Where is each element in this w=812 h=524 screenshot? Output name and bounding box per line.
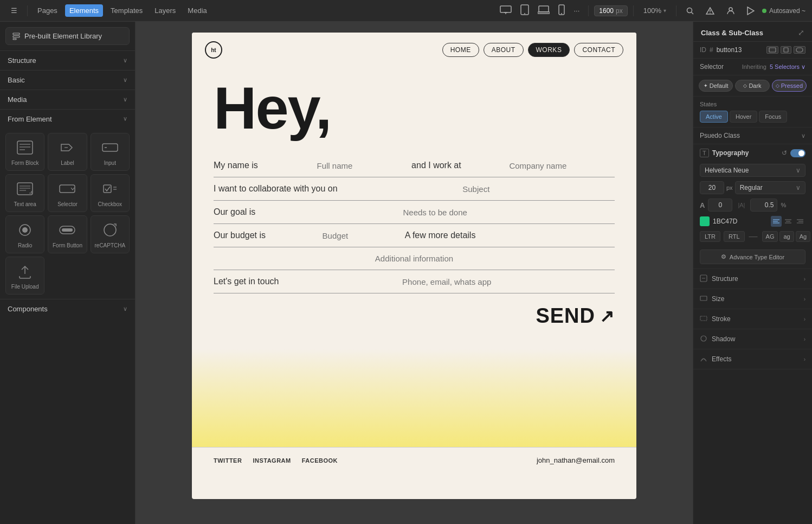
rtl-btn[interactable]: RTL: [724, 231, 745, 242]
panel-close-btn[interactable]: ⤢: [798, 28, 804, 37]
line-height-input[interactable]: [750, 199, 777, 212]
inheriting-text: Inheriting: [742, 63, 766, 70]
zoom-btn[interactable]: 100% ▾: [639, 4, 671, 17]
contact-input[interactable]: [279, 277, 615, 286]
svg-line-10: [691, 12, 693, 14]
prebuilt-library-btn[interactable]: Pre-built Element Library: [5, 27, 130, 45]
desktop-device-btn[interactable]: [497, 3, 515, 18]
svg-rect-6: [538, 12, 550, 14]
structure-section[interactable]: Structure ∨: [0, 50, 135, 70]
form-row-2: I want to collaborate with you on: [214, 177, 615, 201]
media-tab[interactable]: Media: [183, 4, 211, 17]
checkbox-element[interactable]: Checkbox: [91, 174, 130, 212]
pill-icon-btn[interactable]: [794, 46, 805, 54]
send-button[interactable]: SEND ↗: [536, 304, 615, 328]
nav-contact[interactable]: CONTACT: [574, 43, 623, 57]
more-devices-btn[interactable]: ···: [570, 4, 583, 17]
goal-input[interactable]: [255, 208, 615, 217]
advance-type-editor-btn[interactable]: ⚙ Advance Type Editor: [700, 250, 805, 264]
laptop-device-btn[interactable]: [534, 3, 553, 18]
effects-label: Effects: [712, 355, 731, 363]
form-block-element[interactable]: Form Block: [5, 133, 44, 171]
media-section[interactable]: Media ∨: [0, 90, 135, 109]
full-name-input[interactable]: [258, 161, 411, 170]
selectors-count[interactable]: 5 Selectors ∨: [770, 63, 805, 71]
subject-input[interactable]: [338, 184, 615, 194]
form-button-element[interactable]: Form Button: [48, 215, 87, 253]
typography-toggle[interactable]: [790, 149, 805, 157]
pages-tab[interactable]: Pages: [33, 4, 62, 17]
pseudo-chevron[interactable]: ∨: [801, 132, 805, 139]
size-arrow: ›: [804, 296, 805, 302]
details-input[interactable]: [475, 231, 615, 240]
state-dark-pill[interactable]: ◇ Dark: [735, 80, 769, 92]
ltr-btn[interactable]: LTR: [700, 231, 720, 242]
size-collapse-header[interactable]: Size ›: [693, 289, 812, 309]
nav-works[interactable]: WORKS: [528, 43, 570, 57]
components-section[interactable]: Components ∨: [0, 299, 135, 318]
states-label: States: [700, 101, 805, 107]
font-selector[interactable]: Helvetica Neue ∨: [700, 164, 805, 177]
elements-tab[interactable]: Elements: [65, 4, 103, 17]
menu-button[interactable]: ☰: [7, 4, 22, 17]
letter-spacing-row: A |A| %: [693, 196, 812, 214]
basic-section[interactable]: Basic ∨: [0, 70, 135, 90]
color-swatch[interactable]: [700, 216, 710, 226]
stroke-label: Stroke: [712, 315, 731, 323]
active-state-btn[interactable]: Active: [700, 111, 728, 123]
tablet-device-btn[interactable]: [517, 2, 532, 19]
label-element[interactable]: Label: [48, 133, 87, 171]
hover-state-btn[interactable]: Hover: [730, 111, 757, 123]
align-left-btn[interactable]: [771, 216, 782, 227]
shadow-collapse-header[interactable]: Shadow ›: [693, 329, 812, 349]
nav-home[interactable]: HOME: [442, 43, 479, 57]
radio-element[interactable]: Radio: [5, 215, 44, 253]
font-weight-selector[interactable]: Regular ∨: [735, 181, 805, 194]
divider4: [676, 5, 676, 16]
stroke-collapse: Stroke ›: [693, 309, 812, 329]
warning-btn[interactable]: [701, 5, 719, 17]
align-right-btn[interactable]: [795, 216, 805, 227]
file-upload-element[interactable]: File Upload: [5, 257, 44, 295]
from-element-section[interactable]: From Element ∧: [0, 109, 135, 129]
rect-icon-btn[interactable]: [766, 46, 778, 54]
square-icon-btn[interactable]: [781, 46, 791, 54]
structure-collapse-header[interactable]: Structure ›: [693, 269, 812, 289]
structure-chevron: ∨: [123, 57, 127, 64]
additional-input[interactable]: [214, 254, 615, 263]
stroke-collapse-header[interactable]: Stroke ›: [693, 309, 812, 329]
company-name-input[interactable]: [461, 161, 615, 170]
selector-element[interactable]: Selector: [48, 174, 87, 212]
focus-state-btn[interactable]: Focus: [759, 111, 787, 123]
effects-collapse-header[interactable]: Effects ›: [693, 349, 812, 369]
footer-instagram[interactable]: INSTAGRAM: [253, 457, 291, 464]
play-btn[interactable]: [743, 4, 759, 17]
text-area-element[interactable]: Text area: [5, 174, 44, 212]
state-pressed-pill[interactable]: ◇ Pressed: [772, 80, 807, 92]
footer-twitter[interactable]: TWITTER: [214, 457, 242, 464]
capitalize-btn[interactable]: Ag: [796, 231, 810, 242]
typography-undo-btn[interactable]: ↺: [782, 149, 787, 157]
letter-spacing-input[interactable]: [708, 199, 732, 212]
layers-tab[interactable]: Layers: [150, 4, 180, 17]
font-size-input[interactable]: [700, 181, 724, 194]
divider3: [633, 5, 634, 16]
state-buttons: Active Hover Focus: [700, 111, 805, 123]
mobile-device-btn[interactable]: [555, 2, 568, 19]
budget-input[interactable]: [266, 231, 405, 240]
input-element[interactable]: Input: [91, 133, 130, 171]
search-btn[interactable]: [682, 5, 698, 17]
templates-tab[interactable]: Templates: [106, 4, 147, 17]
svg-rect-40: [796, 48, 803, 52]
effects-arrow: ›: [804, 356, 805, 362]
recaptcha-icon: [100, 220, 120, 240]
person-btn[interactable]: [722, 4, 739, 17]
recaptcha-element[interactable]: reCAPTCHA: [91, 215, 130, 253]
footer-facebook[interactable]: FACEBOOK: [302, 457, 338, 464]
state-default-pill[interactable]: ✦ Default: [699, 80, 733, 92]
lowercase-btn[interactable]: ag: [779, 231, 794, 242]
laptop-icon: [538, 5, 550, 14]
align-center-btn[interactable]: [783, 216, 794, 227]
uppercase-btn[interactable]: AG: [762, 231, 778, 242]
nav-about[interactable]: ABOUT: [484, 43, 524, 57]
